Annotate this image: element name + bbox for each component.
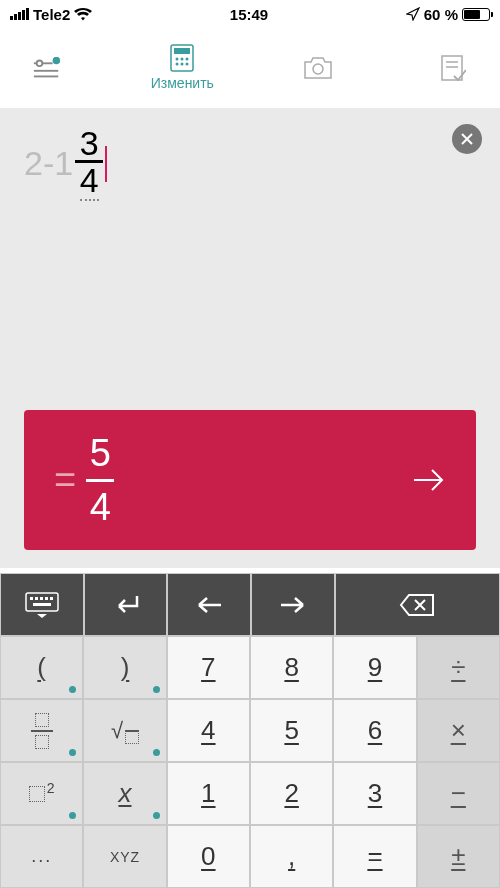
calculator-tab[interactable]: Изменить [153, 45, 211, 91]
key-sqrt[interactable]: √ [83, 699, 166, 762]
status-right: 60 % [406, 6, 490, 23]
expression-input[interactable]: 2-1 3 4 [24, 126, 476, 201]
history-tab[interactable] [424, 55, 482, 81]
battery-pct: 60 % [424, 6, 458, 23]
svg-point-8 [181, 58, 184, 61]
clear-button[interactable] [452, 124, 482, 154]
key-hide-keyboard[interactable] [0, 573, 84, 636]
wifi-icon [74, 8, 92, 21]
key-minus[interactable]: − [417, 762, 500, 825]
key-exponent[interactable]: 2 [0, 762, 83, 825]
key-divide[interactable]: ÷ [417, 636, 500, 699]
signal-icon [10, 8, 29, 20]
key-3[interactable]: 3 [333, 762, 416, 825]
location-icon [406, 7, 420, 21]
key-1[interactable]: 1 [167, 762, 250, 825]
fraction-icon [31, 713, 53, 749]
svg-rect-21 [45, 597, 48, 600]
toolbar: Изменить [0, 28, 500, 108]
arrow-right-icon [279, 596, 307, 614]
backspace-icon [399, 593, 435, 617]
input-numerator: 3 [80, 126, 99, 160]
key-lparen[interactable]: ( [0, 636, 83, 699]
key-multiply[interactable]: × [417, 699, 500, 762]
input-fraction: 3 4 [75, 126, 103, 201]
key-enter[interactable] [84, 573, 168, 636]
key-plusminus[interactable]: ± [417, 825, 500, 888]
battery-icon [462, 8, 490, 21]
text-cursor [105, 146, 107, 182]
svg-point-10 [176, 63, 179, 66]
equals-sign: = [54, 459, 76, 502]
key-xyz[interactable]: XYZ [83, 825, 166, 888]
expression-prefix: 2-1 [24, 144, 73, 183]
result-numerator: 5 [90, 432, 111, 475]
arrow-left-icon [195, 596, 223, 614]
exponent-icon: 2 [29, 786, 55, 802]
key-9[interactable]: 9 [333, 636, 416, 699]
svg-rect-22 [50, 597, 53, 600]
svg-rect-23 [33, 603, 51, 606]
key-x[interactable]: x [83, 762, 166, 825]
svg-point-0 [53, 57, 61, 64]
calculator-icon [167, 45, 197, 71]
key-5[interactable]: 5 [250, 699, 333, 762]
calculator-tab-label: Изменить [151, 75, 214, 91]
input-denominator: 4 [80, 163, 99, 201]
svg-rect-18 [30, 597, 33, 600]
key-7[interactable]: 7 [167, 636, 250, 699]
svg-point-11 [181, 63, 184, 66]
document-check-icon [438, 55, 468, 81]
key-4[interactable]: 4 [167, 699, 250, 762]
key-more[interactable]: ... [0, 825, 83, 888]
svg-rect-17 [26, 593, 58, 611]
svg-point-13 [313, 64, 323, 74]
result-card[interactable]: = 5 4 [24, 410, 476, 550]
carrier-label: Tele2 [33, 6, 70, 23]
keyboard-hide-icon [25, 592, 59, 618]
svg-point-7 [176, 58, 179, 61]
enter-icon [111, 594, 141, 616]
svg-point-9 [186, 58, 189, 61]
close-icon [460, 132, 474, 146]
status-left: Tele2 [10, 6, 92, 23]
result-expression: = 5 4 [54, 432, 114, 529]
key-6[interactable]: 6 [333, 699, 416, 762]
key-2[interactable]: 2 [250, 762, 333, 825]
svg-point-12 [186, 63, 189, 66]
result-denominator: 4 [90, 486, 111, 529]
menu-button[interactable] [18, 55, 76, 81]
arrow-right-icon [412, 461, 446, 500]
sliders-icon [32, 55, 62, 81]
status-bar: Tele2 15:49 60 % [0, 0, 500, 28]
svg-point-2 [37, 61, 43, 67]
svg-rect-19 [35, 597, 38, 600]
camera-icon [303, 55, 333, 81]
camera-tab[interactable] [289, 55, 347, 81]
key-comma[interactable]: , [250, 825, 333, 888]
sqrt-icon: √ [111, 718, 139, 744]
result-fraction: 5 4 [86, 432, 114, 529]
key-8[interactable]: 8 [250, 636, 333, 699]
work-area: 2-1 3 4 = 5 4 [0, 108, 500, 568]
key-backspace[interactable] [335, 573, 500, 636]
svg-rect-20 [40, 597, 43, 600]
svg-rect-6 [174, 48, 190, 54]
key-rparen[interactable]: ) [83, 636, 166, 699]
key-equals[interactable]: = [333, 825, 416, 888]
clock: 15:49 [230, 6, 268, 23]
key-0[interactable]: 0 [167, 825, 250, 888]
svg-rect-14 [442, 56, 462, 80]
key-left[interactable] [167, 573, 251, 636]
key-right[interactable] [251, 573, 335, 636]
key-fraction[interactable] [0, 699, 83, 762]
keyboard: ( ) 7 8 9 ÷ √ 4 5 6 × 2 x 1 2 3 − ... XY… [0, 573, 500, 888]
